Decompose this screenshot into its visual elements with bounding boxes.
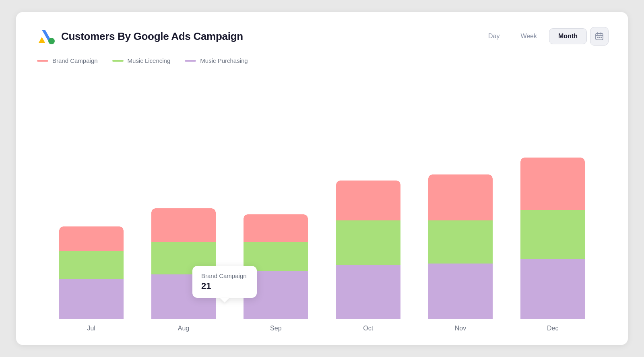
- page-title: Customers By Google Ads Campaign: [61, 30, 243, 43]
- bar-licensing-jul: [59, 251, 124, 279]
- bar-licensing-aug: [151, 242, 216, 274]
- chart-area: Brand Campaign 21 JulAugSepOctNovDec: [35, 74, 609, 332]
- bar-group-dec[interactable]: [520, 158, 585, 319]
- svg-marker-0: [39, 37, 45, 43]
- x-label-oct: Oct: [336, 325, 400, 332]
- svg-rect-8: [599, 37, 600, 38]
- header-controls: Day Week Month: [479, 27, 609, 46]
- main-card: Customers By Google Ads Campaign Day Wee…: [16, 12, 628, 345]
- svg-rect-9: [601, 37, 602, 38]
- legend-label-licensing: Music Licencing: [128, 57, 171, 64]
- x-label-nov: Nov: [428, 325, 493, 332]
- bar-purchasing-aug: [151, 274, 216, 319]
- legend-item-licensing: Music Licencing: [112, 57, 171, 64]
- bar-licensing-oct: [336, 220, 400, 265]
- week-button[interactable]: Week: [512, 29, 546, 44]
- legend-dot-licensing: [112, 60, 124, 62]
- x-axis: JulAugSepOctNovDec: [35, 319, 609, 332]
- bar-licensing-nov: [428, 220, 493, 264]
- legend-item-brand: Brand Campaign: [37, 57, 98, 64]
- bar-brand-dec: [520, 158, 585, 210]
- bar-group-sep[interactable]: [244, 214, 308, 319]
- day-button[interactable]: Day: [479, 29, 508, 44]
- bar-group-aug[interactable]: [151, 208, 216, 319]
- legend-label-brand: Brand Campaign: [52, 57, 98, 64]
- x-label-dec: Dec: [520, 325, 585, 332]
- bar-licensing-sep: [244, 242, 308, 271]
- bar-group-oct[interactable]: [336, 181, 400, 319]
- svg-rect-7: [597, 37, 599, 38]
- bar-purchasing-oct: [336, 265, 400, 319]
- bar-group-jul[interactable]: [59, 226, 124, 319]
- legend-label-purchasing: Music Purchasing: [200, 57, 248, 64]
- bar-brand-sep: [244, 214, 308, 242]
- bar-group-nov[interactable]: [428, 174, 493, 319]
- bar-stack-aug: [151, 208, 216, 319]
- x-label-jul: Jul: [59, 325, 124, 332]
- legend: Brand Campaign Music Licencing Music Pur…: [35, 57, 609, 64]
- bar-brand-oct: [336, 181, 400, 220]
- x-label-aug: Aug: [151, 325, 216, 332]
- bar-stack-oct: [336, 181, 400, 319]
- bar-purchasing-dec: [520, 259, 585, 319]
- bar-brand-nov: [428, 174, 493, 220]
- calendar-button[interactable]: [590, 27, 609, 46]
- bar-stack-nov: [428, 174, 493, 319]
- legend-item-purchasing: Music Purchasing: [185, 57, 248, 64]
- calendar-icon: [595, 32, 604, 41]
- legend-dot-brand: [37, 60, 48, 62]
- x-label-sep: Sep: [244, 325, 308, 332]
- bar-brand-jul: [59, 226, 124, 251]
- month-button[interactable]: Month: [549, 28, 587, 44]
- bar-purchasing-nov: [428, 264, 493, 319]
- header: Customers By Google Ads Campaign Day Wee…: [35, 27, 609, 46]
- google-ads-logo: [35, 27, 55, 46]
- bar-purchasing-jul: [59, 279, 124, 319]
- bar-stack-jul: [59, 226, 124, 319]
- bar-stack-dec: [520, 158, 585, 319]
- legend-dot-purchasing: [185, 60, 196, 62]
- bar-licensing-dec: [520, 210, 585, 259]
- svg-point-2: [48, 38, 55, 44]
- bar-stack-sep: [244, 214, 308, 319]
- bar-purchasing-sep: [244, 271, 308, 319]
- header-left: Customers By Google Ads Campaign: [35, 27, 243, 46]
- bar-brand-aug: [151, 208, 216, 242]
- bars-container: Brand Campaign 21: [35, 74, 609, 319]
